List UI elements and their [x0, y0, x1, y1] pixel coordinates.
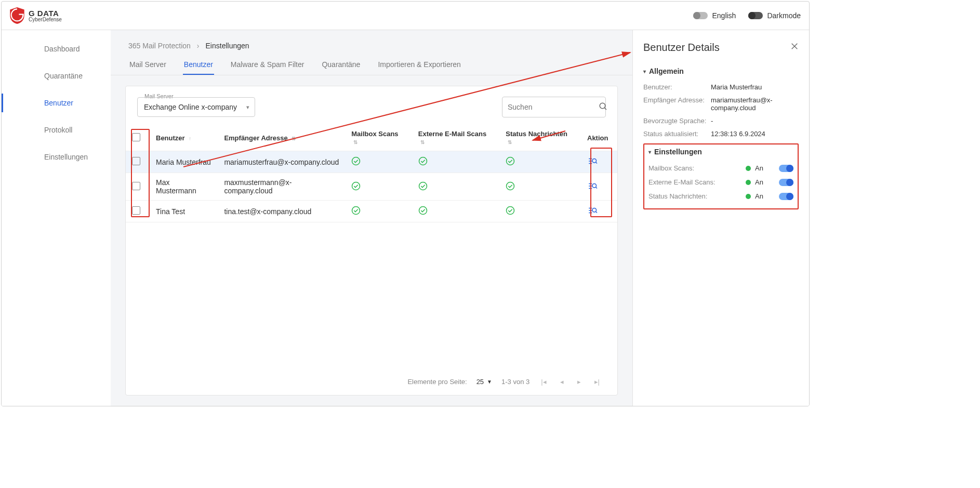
sort-icon: ⇅: [353, 139, 357, 145]
chevron-down-icon: ▾: [648, 149, 651, 155]
check-circle-icon: [351, 156, 361, 166]
tab-quarantine[interactable]: Quarantäne: [321, 55, 361, 75]
last-page-button[interactable]: ▸|: [592, 376, 602, 388]
select-all-checkbox[interactable]: [132, 133, 140, 141]
tab-bar: Mail Server Benutzer Malware & Spam Filt…: [111, 55, 632, 75]
col-user[interactable]: Benutzer ↑: [150, 125, 218, 151]
chevron-down-icon: ▼: [487, 379, 492, 385]
prev-page-button[interactable]: ◂: [558, 376, 566, 388]
sidebar-item-dashboard[interactable]: Dashboard: [2, 39, 111, 58]
col-external[interactable]: Externe E-Mail Scans ⇅: [412, 125, 500, 151]
chevron-down-icon: ▾: [643, 69, 646, 74]
sidebar-item-users[interactable]: Benutzer: [2, 94, 111, 112]
svg-point-0: [600, 103, 605, 109]
app-header: G DATA CyberDefense English Darkmode: [2, 2, 809, 30]
sidebar-item-settings[interactable]: Einstellungen: [2, 148, 111, 166]
col-recipient[interactable]: Empfänger Adresse ⇅: [218, 125, 345, 151]
status-dot-icon: [746, 194, 751, 199]
check-circle-icon: [418, 206, 428, 215]
mailserver-select-value: Exchange Online x-company: [137, 97, 255, 117]
setting-toggle[interactable]: [779, 165, 793, 172]
table-row[interactable]: Tina Test tina.test@x-company.cloud: [126, 201, 617, 222]
setting-row: Status Nachrichten: An: [648, 189, 793, 203]
cell-status: [499, 151, 581, 173]
cell-external: [412, 151, 500, 173]
per-page-label: Elemente pro Seite:: [407, 378, 467, 386]
cell-mailbox: [345, 173, 412, 201]
breadcrumb-parent[interactable]: 365 Mail Protection: [128, 42, 191, 50]
sort-icon: ⇅: [508, 139, 512, 145]
setting-toggle[interactable]: [779, 193, 793, 200]
view-details-button[interactable]: [587, 184, 598, 192]
svg-line-1: [604, 108, 606, 110]
search-input-wrap[interactable]: [502, 97, 606, 117]
setting-label: Mailbox Scans:: [648, 164, 746, 172]
col-status[interactable]: Status Nachrichten ⇅: [499, 125, 581, 151]
mailserver-select[interactable]: Mail Server Exchange Online x-company: [137, 97, 255, 117]
row-checkbox[interactable]: [132, 157, 140, 165]
per-page-select[interactable]: 25 ▼: [476, 378, 492, 386]
sort-icon: ⇅: [292, 136, 296, 141]
list-search-icon: [587, 156, 598, 166]
setting-toggle[interactable]: [779, 179, 793, 186]
pagination: Elemente pro Seite: 25 ▼ 1-3 von 3 |◂ ◂ …: [126, 368, 617, 395]
section-settings[interactable]: ▾ Einstellungen: [648, 148, 793, 156]
cell-user: Max Mustermann: [150, 173, 218, 201]
cell-email: mariamusterfrau@x-company.cloud: [218, 151, 345, 173]
view-details-button[interactable]: [587, 159, 598, 167]
check-circle-icon: [506, 156, 515, 166]
detail-lang-value: -: [711, 117, 799, 125]
detail-user-value: Maria Musterfrau: [711, 83, 799, 91]
sidebar-item-protocol[interactable]: Protokoll: [2, 121, 111, 139]
view-details-button[interactable]: [587, 208, 598, 217]
tab-mailserver[interactable]: Mail Server: [128, 55, 167, 75]
close-button[interactable]: [790, 42, 799, 53]
cell-user: Tina Test: [150, 201, 218, 222]
cell-email: tina.test@x-company.cloud: [218, 201, 345, 222]
cell-user: Maria Musterfrau: [150, 151, 218, 173]
table-row[interactable]: Max Mustermann maxmustermann@x-company.c…: [126, 173, 617, 201]
next-page-button[interactable]: ▸: [575, 376, 583, 388]
close-icon: [790, 42, 799, 50]
first-page-button[interactable]: |◂: [539, 376, 548, 388]
shield-icon: [10, 7, 24, 24]
check-circle-icon: [351, 181, 361, 191]
table-row[interactable]: Maria Musterfrau mariamusterfrau@x-compa…: [126, 151, 617, 173]
setting-label: Status Nachrichten:: [648, 192, 746, 200]
sort-icon: ⇅: [420, 139, 425, 145]
col-mailbox[interactable]: Mailbox Scans ⇅: [345, 125, 412, 151]
setting-value: An: [755, 178, 763, 186]
section-general[interactable]: ▾ Allgemein: [643, 67, 799, 75]
detail-lang-label: Bevorzugte Sprache:: [643, 117, 711, 125]
search-input[interactable]: [508, 103, 599, 111]
row-checkbox[interactable]: [132, 206, 140, 215]
detail-updated-value: 12:38:13 6.9.2024: [711, 130, 799, 138]
setting-row: Externe E-Mail Scans: An: [648, 175, 793, 189]
sort-asc-icon: ↑: [189, 136, 191, 141]
check-circle-icon: [506, 181, 515, 191]
row-checkbox[interactable]: [132, 182, 140, 190]
check-circle-icon: [418, 181, 428, 191]
setting-row: Mailbox Scans: An: [648, 161, 793, 175]
language-toggle[interactable]: English: [693, 11, 736, 20]
cell-external: [412, 201, 500, 222]
detail-updated-label: Status aktualisiert:: [643, 130, 711, 138]
darkmode-toggle[interactable]: Darkmode: [748, 11, 801, 20]
cell-mailbox: [345, 151, 412, 173]
list-search-icon: [587, 181, 598, 191]
check-circle-icon: [506, 206, 515, 215]
check-circle-icon: [351, 206, 361, 215]
breadcrumb: 365 Mail Protection › Einstellungen: [111, 30, 632, 55]
breadcrumb-current: Einstellungen: [206, 42, 249, 50]
col-action: Aktion: [581, 125, 617, 151]
toggle-switch-icon: [693, 12, 708, 19]
setting-value: An: [755, 164, 763, 172]
brand-logo: G DATA CyberDefense: [10, 7, 62, 24]
cell-status: [499, 201, 581, 222]
tab-malware[interactable]: Malware & Spam Filter: [230, 55, 306, 75]
sidebar-item-quarantine[interactable]: Quarantäne: [2, 67, 111, 85]
setting-label: Externe E-Mail Scans:: [648, 178, 746, 186]
tab-users[interactable]: Benutzer: [183, 55, 214, 75]
tab-import-export[interactable]: Importieren & Exportieren: [377, 55, 462, 75]
detail-user-label: Benutzer:: [643, 83, 711, 91]
